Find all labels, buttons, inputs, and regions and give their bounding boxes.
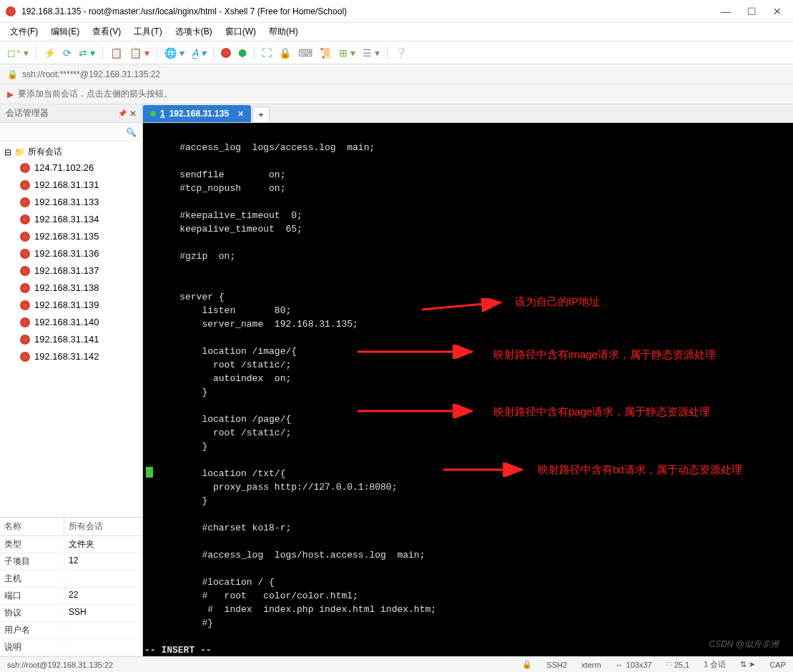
vim-mode: -- INSERT -- [144, 643, 790, 656]
flag-icon: ▶ [7, 89, 14, 99]
session-icon [20, 266, 30, 276]
session-item[interactable]: 192.168.31.135 [0, 228, 142, 245]
session-label: 192.168.31.134 [34, 212, 99, 227]
prop-key: 子项目 [0, 553, 64, 570]
annotation-txt: 映射路径中含有txt请求，属于动态资源处理 [538, 463, 742, 476]
minimize-button[interactable]: — [721, 7, 730, 16]
menu-window[interactable]: 窗口(W) [220, 24, 262, 39]
session-icon [20, 180, 30, 190]
add-button[interactable]: ⊞ ▾ [336, 46, 358, 60]
separator [254, 46, 255, 59]
pin-icon[interactable]: 📌 [118, 109, 127, 117]
expand-button[interactable]: ⛶ [259, 46, 275, 60]
reconnect-button[interactable]: ⟳ [60, 46, 74, 60]
collapse-icon: ⊟ [4, 147, 11, 157]
session-item[interactable]: 192.168.31.140 [0, 314, 142, 331]
shield-button[interactable]: ⬢ [235, 46, 250, 60]
status-dot-icon [150, 111, 156, 117]
lock-button[interactable]: 🔒 [276, 46, 294, 60]
session-label: 192.168.31.133 [34, 195, 99, 209]
status-cap: CAP [769, 661, 786, 669]
session-item[interactable]: 192.168.31.138 [0, 280, 142, 297]
addressbar: 🔒 ssh://root:******@192.168.31.135:22 [0, 64, 793, 84]
props-row: 类型文件夹 [0, 536, 142, 553]
session-label: 192.168.31.139 [34, 298, 99, 312]
session-tab[interactable]: 1 192.168.31.135 ✕ [143, 105, 251, 122]
session-item[interactable]: 124.71.102.26 [0, 159, 142, 177]
props-row: 主机 [0, 570, 142, 588]
sidebar-close-icon[interactable]: ✕ [129, 109, 137, 119]
tabbar: 1 192.168.31.135 ✕ + [143, 104, 793, 123]
session-item[interactable]: 192.168.31.134 [0, 211, 142, 228]
script-button[interactable]: 📜 [317, 46, 335, 60]
watermark: CSDN @似舟非洲 [709, 638, 779, 651]
arrow-icon [358, 404, 479, 418]
new-session-button[interactable]: ◻⁺ ▾ [4, 46, 31, 60]
session-item[interactable]: 192.168.31.137 [0, 262, 142, 280]
status-pos: 25,1 [674, 661, 689, 669]
session-item[interactable]: 192.168.31.133 [0, 194, 142, 211]
lock-icon: 🔒 [7, 69, 18, 79]
session-label: 192.168.31.136 [34, 247, 99, 261]
props-row: 协议SSH [0, 605, 142, 622]
terminal[interactable]: #access_log logs/access.log main; sendfi… [143, 123, 793, 656]
prop-key: 类型 [0, 536, 64, 553]
session-item[interactable]: 192.168.31.136 [0, 245, 142, 262]
address-text[interactable]: ssh://root:******@192.168.31.135:22 [22, 69, 160, 79]
status-arrows-icon: ⇅ ➤ [740, 660, 755, 669]
session-label: 192.168.31.140 [34, 315, 99, 330]
session-label: 192.168.31.135 [34, 229, 99, 244]
session-tree: ⊟ 📁 所有会话 124.71.102.26192.168.31.131192.… [0, 142, 142, 517]
globe-button[interactable]: 🌐 ▾ [162, 46, 187, 60]
tree-root[interactable]: ⊟ 📁 所有会话 [0, 144, 142, 159]
status-size: 103x37 [626, 661, 652, 669]
list-button[interactable]: ☰ ▾ [360, 46, 383, 60]
titlebar: 192.168.31.135 - root@master:/usr/local/… [0, 0, 793, 23]
sidebar-title: 会话管理器 [6, 107, 49, 119]
hintbar: ▶ 要添加当前会话，点击左侧的箭头按钮。 [0, 84, 793, 104]
tab-number: 1 [160, 109, 165, 119]
maximize-button[interactable]: ☐ [747, 7, 756, 16]
menu-view[interactable]: 查看(V) [87, 24, 127, 39]
main: 会话管理器 📌 ✕ 🔍 ⊟ 📁 所有会话 124.71.102.26192.16… [0, 104, 793, 656]
session-label: 192.168.31.138 [34, 281, 99, 295]
paste-button[interactable]: 📋 ▾ [127, 46, 152, 60]
prop-key: 协议 [0, 605, 64, 621]
search-icon[interactable]: 🔍 [126, 127, 137, 137]
connect-button[interactable]: ⚡ [41, 46, 59, 60]
font-button[interactable]: A̲ ▾ [189, 46, 210, 60]
status-term: xterm [581, 661, 601, 669]
props-header: 名称 所有会话 [0, 518, 142, 536]
status-address: ssh://root@192.168.31.135:22 [7, 661, 113, 669]
prop-key: 主机 [0, 570, 64, 587]
session-manager: 会话管理器 📌 ✕ 🔍 ⊟ 📁 所有会话 124.71.102.26192.16… [0, 104, 143, 656]
arrow-icon [443, 463, 529, 477]
swirl-button[interactable] [218, 46, 234, 59]
session-item[interactable]: 192.168.31.139 [0, 297, 142, 314]
menu-edit[interactable]: 编辑(E) [45, 24, 85, 39]
menu-file[interactable]: 文件(F) [4, 24, 44, 39]
menu-help[interactable]: 帮助(H) [263, 24, 304, 39]
status-lock-icon: 🔒 [522, 660, 532, 669]
keyboard-button[interactable]: ⌨ [295, 46, 315, 60]
session-item[interactable]: 192.168.31.142 [0, 348, 142, 365]
session-label: 192.168.31.131 [34, 178, 99, 192]
session-icon [20, 232, 30, 242]
separator [213, 46, 214, 59]
session-item[interactable]: 192.168.31.141 [0, 331, 142, 348]
copy-button[interactable]: 📋 [107, 46, 125, 60]
close-button[interactable]: ✕ [773, 7, 782, 16]
props-col-name: 名称 [0, 518, 64, 535]
transfer-button[interactable]: ⇄ ▾ [76, 46, 98, 60]
session-item[interactable]: 192.168.31.131 [0, 177, 142, 194]
help-button[interactable]: ❔ [392, 46, 410, 60]
prop-value [64, 639, 73, 656]
arrow-icon [358, 345, 479, 359]
menu-tools[interactable]: 工具(T) [128, 24, 167, 39]
content-area: 1 192.168.31.135 ✕ + #access_log logs/ac… [143, 104, 793, 656]
prop-value: 22 [64, 588, 82, 604]
separator [157, 46, 157, 59]
menu-tabs[interactable]: 选项卡(B) [169, 24, 218, 39]
tab-close-icon[interactable]: ✕ [237, 109, 244, 119]
new-tab-button[interactable]: + [252, 107, 270, 122]
